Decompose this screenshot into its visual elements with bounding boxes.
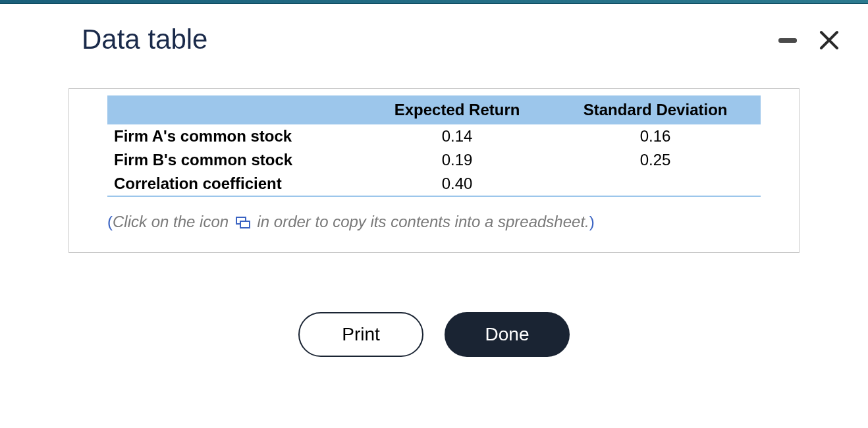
title-bar: Data table [3, 4, 865, 68]
button-row: Print Done [3, 312, 865, 357]
table-header-expected-return: Expected Return [364, 95, 550, 124]
dialog-title: Data table [82, 24, 786, 55]
table-header-std-dev: Standard Deviation [550, 95, 761, 124]
row-label: Correlation coefficient [107, 172, 364, 196]
svg-rect-3 [240, 221, 250, 228]
row-expected-return: 0.14 [364, 124, 550, 148]
table-row: Firm B's common stock 0.19 0.25 [107, 148, 761, 172]
row-label: Firm A's common stock [107, 124, 364, 148]
data-table: Expected Return Standard Deviation Firm … [107, 95, 761, 197]
print-button[interactable]: Print [298, 312, 423, 357]
row-std-dev [550, 172, 761, 196]
row-expected-return: 0.19 [364, 148, 550, 172]
open-paren: ( [107, 213, 113, 230]
row-std-dev: 0.16 [550, 124, 761, 148]
hint-before: Click on the icon [113, 213, 229, 230]
content-box: Expected Return Standard Deviation Firm … [68, 88, 800, 253]
table-row: Firm A's common stock 0.14 0.16 [107, 124, 761, 148]
table-row: Correlation coefficient 0.40 [107, 172, 761, 196]
close-paren: ) [589, 213, 595, 230]
row-expected-return: 0.40 [364, 172, 550, 196]
close-icon[interactable] [819, 30, 839, 50]
row-std-dev: 0.25 [550, 148, 761, 172]
minimize-icon[interactable] [778, 38, 797, 43]
data-table-dialog: Data table Expected Return Standard Devi… [3, 4, 865, 425]
hint-text-row: (Click on the icon in order to copy its … [107, 213, 761, 232]
done-button[interactable]: Done [445, 312, 570, 357]
copy-to-spreadsheet-icon[interactable] [236, 214, 250, 232]
table-header-row: Expected Return Standard Deviation [107, 95, 761, 124]
window-controls [778, 30, 839, 50]
hint-after: in order to copy its contents into a spr… [257, 213, 589, 230]
row-label: Firm B's common stock [107, 148, 364, 172]
table-header-empty [107, 95, 364, 124]
